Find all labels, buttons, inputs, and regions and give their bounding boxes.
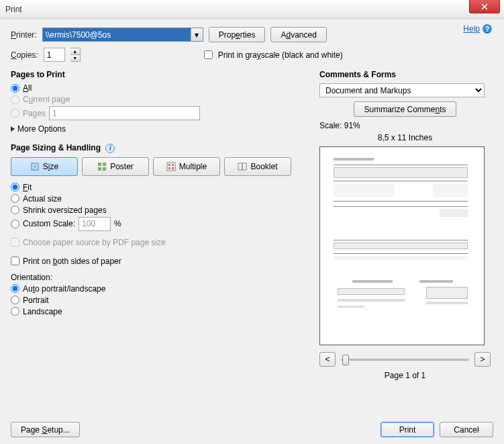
prev-page-button[interactable]: < xyxy=(319,352,336,367)
poster-button[interactable]: Poster xyxy=(82,157,149,176)
current-page-radio xyxy=(11,95,19,104)
all-radio[interactable] xyxy=(11,84,19,93)
help-icon: ? xyxy=(483,24,492,34)
close-button[interactable] xyxy=(469,0,500,13)
booklet-label: Booklet xyxy=(250,162,277,171)
svg-rect-2 xyxy=(103,163,106,166)
current-page-label: Current page xyxy=(23,95,70,104)
landscape-label: Landscape xyxy=(23,307,62,316)
window-title: Print xyxy=(5,5,22,14)
size-button[interactable]: Size xyxy=(11,157,78,176)
cancel-button[interactable]: Cancel xyxy=(440,422,493,437)
copies-input[interactable] xyxy=(44,48,65,62)
choose-paper-checkbox xyxy=(11,238,19,247)
size-icon xyxy=(30,162,40,171)
booklet-icon xyxy=(238,162,247,171)
both-sides-checkbox[interactable] xyxy=(11,257,19,265)
custom-scale-radio[interactable] xyxy=(11,220,19,228)
actual-size-label: Actual size xyxy=(23,194,62,204)
copies-spinner[interactable]: ▲ ▼ xyxy=(70,48,81,62)
svg-rect-8 xyxy=(168,167,170,169)
page-slider[interactable] xyxy=(341,352,469,367)
auto-orientation-radio[interactable] xyxy=(11,284,19,293)
orientation-label: Orientation: xyxy=(11,273,306,282)
spinner-down-icon[interactable]: ▼ xyxy=(70,55,80,61)
svg-rect-9 xyxy=(172,167,174,169)
page-setup-button[interactable]: Page Setup... xyxy=(11,422,80,437)
poster-label: Poster xyxy=(110,162,134,171)
svg-rect-7 xyxy=(172,164,174,166)
comments-forms-title: Comments & Forms xyxy=(319,70,491,79)
page-indicator: Page 1 of 1 xyxy=(319,371,491,380)
help-label: Help xyxy=(463,24,480,34)
both-sides-label: Print on both sides of paper xyxy=(23,257,121,266)
auto-orientation-label: Auto portrait/landscape xyxy=(23,284,105,294)
info-icon[interactable]: i xyxy=(105,144,115,153)
print-button[interactable]: Print xyxy=(381,422,434,437)
preview-page xyxy=(325,152,478,339)
pages-radio xyxy=(11,109,19,118)
actual-size-radio[interactable] xyxy=(11,194,19,203)
help-link[interactable]: Help ? xyxy=(463,24,492,34)
chevron-left-icon: < xyxy=(325,355,330,364)
custom-scale-label: Custom Scale: xyxy=(23,219,75,228)
shrink-radio[interactable] xyxy=(11,206,19,214)
poster-icon xyxy=(97,162,107,171)
spinner-up-icon[interactable]: ▲ xyxy=(70,48,80,55)
multiple-label: Multiple xyxy=(179,162,207,171)
more-options-label: More Options xyxy=(17,124,66,134)
fit-radio[interactable] xyxy=(11,183,19,191)
portrait-label: Portrait xyxy=(23,296,49,305)
custom-scale-pct: % xyxy=(114,219,121,228)
size-label: Size xyxy=(43,162,58,171)
custom-scale-input xyxy=(79,217,111,231)
comments-select[interactable]: Document and Markups xyxy=(319,83,485,97)
printer-select[interactable]: \\ermis\7500@5os xyxy=(42,28,203,42)
summarize-comments-button[interactable]: Summarize Comments xyxy=(354,101,456,117)
slider-rail xyxy=(341,359,469,361)
titlebar: Print xyxy=(0,0,504,19)
multiple-icon xyxy=(166,162,176,171)
properties-button[interactable]: Properties xyxy=(209,27,266,42)
booklet-button[interactable]: Booklet xyxy=(224,157,291,176)
copies-label: Copies: xyxy=(11,50,38,60)
portrait-radio[interactable] xyxy=(11,296,19,304)
more-options-toggle[interactable]: More Options xyxy=(11,124,306,134)
shrink-label: Shrink oversized pages xyxy=(23,206,107,215)
sizing-title: Page Sizing & Handling i xyxy=(11,143,306,153)
pages-input xyxy=(49,106,200,120)
svg-rect-6 xyxy=(168,164,170,166)
svg-rect-3 xyxy=(98,167,101,171)
slider-thumb[interactable] xyxy=(342,355,349,365)
grayscale-checkbox[interactable] xyxy=(204,50,213,59)
next-page-button[interactable]: > xyxy=(474,352,491,367)
advanced-button[interactable]: Advanced xyxy=(270,27,326,42)
svg-rect-10 xyxy=(238,163,242,170)
multiple-button[interactable]: Multiple xyxy=(153,157,220,176)
scale-label: Scale: xyxy=(319,121,342,130)
landscape-radio[interactable] xyxy=(11,307,19,316)
pages-label: Pages xyxy=(23,109,46,118)
all-label: All xyxy=(23,83,32,93)
triangle-right-icon xyxy=(11,126,15,132)
grayscale-label: Print in grayscale (black and white) xyxy=(218,50,343,60)
scale-value: 91% xyxy=(344,121,360,130)
pages-to-print-title: Pages to Print xyxy=(11,70,306,79)
svg-rect-11 xyxy=(242,163,246,170)
preview-dimensions: 8,5 x 11 Inches xyxy=(319,133,491,142)
svg-rect-5 xyxy=(167,163,175,171)
fit-label: Fit xyxy=(23,183,32,192)
svg-rect-1 xyxy=(98,163,101,166)
printer-label: Printer: xyxy=(11,30,37,40)
chevron-right-icon: > xyxy=(480,355,485,364)
svg-rect-4 xyxy=(103,167,106,171)
close-icon xyxy=(481,3,488,10)
preview-box xyxy=(319,146,485,345)
choose-paper-label: Choose paper source by PDF page size xyxy=(23,238,166,247)
